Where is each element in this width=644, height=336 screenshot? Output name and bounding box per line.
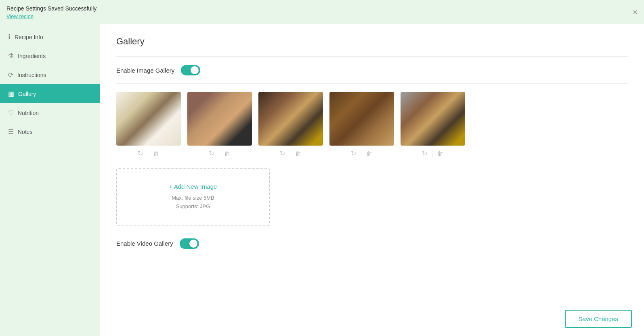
gallery-item-2: ↻ 🗑 (187, 92, 252, 158)
gallery-controls-2: ↻ 🗑 (208, 149, 231, 158)
gallery-grid: ↻ 🗑 ↻ 🗑 ↻ 🗑 ↻ 🗑 ↻ 🗑 (116, 92, 628, 158)
gallery-controls-4: ↻ 🗑 (350, 149, 373, 158)
save-button-container: Save Changes (565, 310, 632, 328)
main-layout: ℹ Recipe Info ⚗ Ingredients ⟳ Instructio… (0, 24, 644, 336)
notification-bar: Recipe Settings Saved Successfully. View… (0, 0, 644, 24)
enable-video-gallery-toggle[interactable] (180, 238, 199, 249)
enable-image-gallery-row: Enable Image Gallery (116, 65, 628, 75)
nutrition-icon: ♡ (8, 109, 14, 117)
gallery-thumb-5 (401, 92, 465, 146)
gallery-item-4: ↻ 🗑 (329, 92, 394, 158)
notification-content: Recipe Settings Saved Successfully. View… (6, 5, 98, 19)
notes-icon: ☰ (8, 128, 14, 136)
content-area: Gallery Enable Image Gallery ↻ 🗑 ↻ 🗑 ↻ (100, 24, 644, 336)
gallery-delete-3[interactable]: 🗑 (294, 149, 302, 158)
max-file-size-text: Max. file size 5MB (172, 194, 214, 202)
gallery-controls-3: ↻ 🗑 (279, 149, 302, 158)
gallery-thumb-1 (116, 92, 181, 146)
supports-format-text: Supports: JPG (172, 202, 214, 211)
page-title: Gallery (116, 36, 628, 47)
gallery-item-1: ↻ 🗑 (116, 92, 181, 158)
sidebar-label-nutrition: Nutrition (18, 110, 39, 116)
section-divider (116, 56, 628, 57)
gallery-thumb-2 (187, 92, 252, 146)
sidebar-item-instructions[interactable]: ⟳ Instructions (0, 65, 100, 84)
upload-box[interactable]: + Add New Image Max. file size 5MB Suppo… (116, 168, 270, 226)
gallery-thumb-3 (258, 92, 323, 146)
sidebar-label-recipe-info: Recipe Info (15, 34, 43, 40)
gallery-delete-1[interactable]: 🗑 (152, 149, 160, 158)
sidebar-item-nutrition[interactable]: ♡ Nutrition (0, 103, 100, 122)
gallery-refresh-5[interactable]: ↻ (421, 149, 428, 158)
sidebar-label-gallery: Gallery (18, 91, 36, 97)
recipe-info-icon: ℹ (8, 33, 10, 41)
gallery-delete-4[interactable]: 🗑 (365, 149, 373, 158)
gallery-item-5: ↻ 🗑 (401, 92, 465, 158)
gallery-thumb-4 (329, 92, 394, 146)
view-recipe-link[interactable]: View recipe (6, 13, 98, 19)
sidebar-item-recipe-info[interactable]: ℹ Recipe Info (0, 27, 100, 46)
ctrl-divider-1 (148, 150, 148, 157)
sidebar-label-notes: Notes (18, 129, 33, 135)
enable-image-gallery-label: Enable Image Gallery (116, 67, 174, 74)
gallery-refresh-1[interactable]: ↻ (137, 149, 144, 158)
ctrl-divider-2 (219, 150, 219, 157)
close-notification-button[interactable]: × (633, 8, 638, 16)
gallery-controls-5: ↻ 🗑 (421, 149, 445, 158)
enable-image-gallery-toggle[interactable] (181, 65, 200, 75)
upload-info: Max. file size 5MB Supports: JPG (172, 194, 214, 211)
enable-video-gallery-row: Enable Video Gallery (116, 238, 628, 249)
sidebar-label-instructions: Instructions (17, 72, 46, 78)
gallery-refresh-4[interactable]: ↻ (350, 149, 357, 158)
gallery-delete-5[interactable]: 🗑 (436, 149, 445, 158)
section-divider-2 (116, 83, 628, 84)
sidebar-item-notes[interactable]: ☰ Notes (0, 122, 100, 141)
sidebar: ℹ Recipe Info ⚗ Ingredients ⟳ Instructio… (0, 24, 100, 336)
gallery-refresh-2[interactable]: ↻ (208, 149, 215, 158)
notification-message: Recipe Settings Saved Successfully. (6, 5, 98, 12)
ctrl-divider-3 (290, 150, 290, 157)
gallery-icon: ▦ (8, 90, 14, 98)
instructions-icon: ⟳ (8, 71, 13, 79)
gallery-refresh-3[interactable]: ↻ (279, 149, 286, 158)
add-new-image-button[interactable]: + Add New Image (169, 183, 217, 190)
gallery-delete-2[interactable]: 🗑 (223, 149, 231, 158)
sidebar-item-ingredients[interactable]: ⚗ Ingredients (0, 46, 100, 65)
gallery-item-3: ↻ 🗑 (258, 92, 323, 158)
sidebar-item-gallery[interactable]: ▦ Gallery (0, 84, 100, 103)
ingredients-icon: ⚗ (8, 52, 14, 60)
gallery-controls-1: ↻ 🗑 (137, 149, 160, 158)
ctrl-divider-5 (432, 150, 432, 157)
sidebar-label-ingredients: Ingredients (18, 53, 46, 59)
save-changes-button[interactable]: Save Changes (565, 310, 632, 328)
enable-video-gallery-label: Enable Video Gallery (116, 240, 173, 247)
ctrl-divider-4 (361, 150, 361, 157)
